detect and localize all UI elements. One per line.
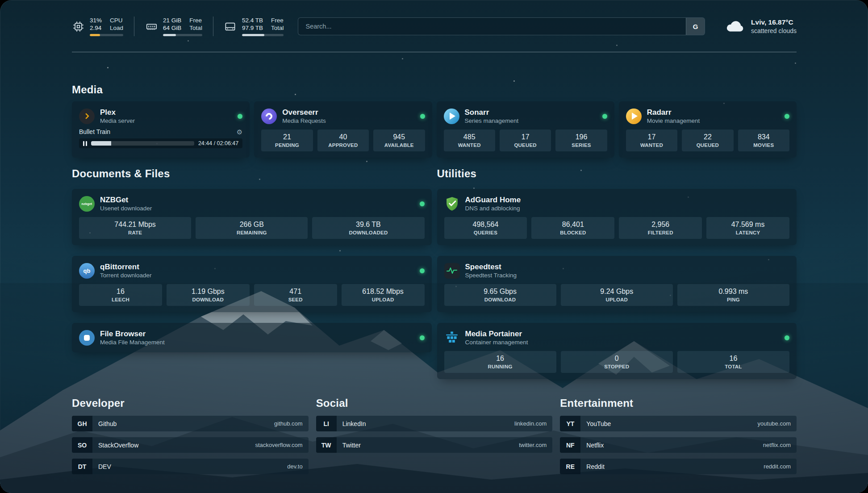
- service-subtitle: Usenet downloader: [100, 205, 152, 212]
- bookmark-abbr: SO: [72, 437, 92, 453]
- cpu-monitor: 31% 2.94 CPU Load: [72, 17, 134, 36]
- bookmark-stackoverflow[interactable]: SO StackOverflow stackoverflow.com: [72, 437, 309, 453]
- search-input[interactable]: [298, 18, 686, 35]
- status-dot: [602, 114, 607, 119]
- resource-monitors: 31% 2.94 CPU Load: [72, 17, 284, 36]
- bookmark-reddit[interactable]: RE Reddit reddit.com: [560, 459, 797, 474]
- service-card-overseerr[interactable]: Overseerr Media Requests 21 PENDING 40 A…: [254, 101, 432, 158]
- service-subtitle: Movie management: [647, 117, 700, 125]
- cpu-load-value: 2.94: [90, 24, 102, 32]
- bookmark-twitter[interactable]: TW Twitter twitter.com: [316, 437, 553, 453]
- status-dot: [420, 201, 425, 206]
- service-card-radarr[interactable]: Radarr Movie management 17 WANTED 22 QUE…: [619, 101, 797, 158]
- playback-time: 24:44 / 02:06:47: [198, 140, 238, 146]
- memory-free-value: 21 GiB: [163, 17, 181, 24]
- weather-condition: scattered clouds: [751, 27, 797, 34]
- playback-progress-bar[interactable]: [91, 141, 194, 146]
- disk-icon: [224, 20, 237, 33]
- cpu-usage-value: 31%: [90, 17, 102, 24]
- plex-icon: [79, 109, 95, 124]
- weather-location: Lviv, 16.87°C: [751, 18, 797, 26]
- status-dot: [420, 335, 425, 340]
- adguard-icon: [444, 196, 460, 212]
- bookmark-abbr: RE: [560, 459, 580, 474]
- stat-download: 1.19 Gbps DOWNLOAD: [167, 284, 250, 306]
- service-card-filebrowser[interactable]: File Browser Media File Management: [72, 323, 432, 352]
- bookmark-abbr: DT: [72, 459, 92, 474]
- disk-monitor: 52.4 TB 97.9 TB Free Total: [224, 17, 284, 36]
- section-title-utilities: Utilities: [437, 167, 797, 180]
- bookmark-url: youtube.com: [758, 420, 791, 427]
- stat-stopped: 0 STOPPED: [561, 351, 673, 373]
- service-name: Overseerr: [282, 108, 326, 117]
- bookmark-url: stackoverflow.com: [255, 442, 302, 448]
- stat-total: 16 TOTAL: [677, 351, 789, 373]
- disk-total-value: 97.9 TB: [242, 24, 263, 32]
- service-card-qbittorrent[interactable]: qb qBittorrent Torrent downloader 16: [72, 256, 432, 312]
- service-name: AdGuard Home: [465, 195, 521, 205]
- bookmark-url: github.com: [274, 420, 303, 427]
- service-card-nzbget[interactable]: nzbget NZBGet Usenet downloader 744.21 M…: [72, 189, 432, 245]
- bookmark-github[interactable]: GH Github github.com: [72, 416, 309, 431]
- search-provider-button[interactable]: G: [686, 18, 705, 35]
- pause-icon[interactable]: [83, 141, 87, 146]
- stat-queued: 17 QUEUED: [500, 130, 551, 151]
- status-dot: [238, 114, 242, 119]
- speedtest-icon: [444, 263, 460, 279]
- status-dot: [785, 114, 789, 119]
- bookmark-linkedin[interactable]: LI LinkedIn linkedin.com: [316, 416, 553, 431]
- service-name: Radarr: [647, 108, 700, 117]
- plex-player: 24:44 / 02:06:47: [79, 138, 242, 148]
- section-utilities: Utilities: [437, 167, 797, 379]
- service-subtitle: DNS and adblocking: [465, 205, 521, 212]
- section-title-social: Social: [316, 397, 553, 409]
- gear-icon[interactable]: ⚙: [237, 129, 242, 135]
- cpu-usage-label: CPU: [110, 17, 123, 24]
- service-name: qBittorrent: [100, 262, 152, 272]
- stat-remaining: 266 GB REMAINING: [196, 217, 308, 239]
- service-subtitle: Media server: [100, 117, 135, 125]
- bookmark-youtube[interactable]: YT YouTube youtube.com: [560, 416, 797, 431]
- service-subtitle: Media File Management: [100, 338, 165, 346]
- search-bar: G: [298, 17, 705, 35]
- stat-available: 945 AVAILABLE: [373, 130, 425, 151]
- bookmark-dev[interactable]: DT DEV dev.to: [72, 459, 309, 474]
- service-subtitle: Media Requests: [282, 117, 326, 125]
- stat-series: 196 SERIES: [555, 130, 607, 151]
- stat-ping: 0.993 ms PING: [677, 284, 789, 306]
- bookmark-name: YouTube: [586, 420, 757, 427]
- section-title-developer: Developer: [72, 397, 309, 409]
- sonarr-icon: [444, 109, 459, 124]
- memory-total-label: Total: [189, 24, 202, 32]
- disk-free-value: 52.4 TB: [242, 17, 263, 24]
- stat-upload: 618.52 Mbps UPLOAD: [342, 284, 425, 306]
- bookmark-netflix[interactable]: NF Netflix netflix.com: [560, 437, 797, 453]
- section-social: Social LI LinkedIn linkedin.com TW Twitt…: [316, 397, 553, 474]
- status-dot: [785, 335, 789, 340]
- bookmark-url: twitter.com: [519, 442, 547, 448]
- service-name: NZBGet: [100, 195, 152, 205]
- service-card-portainer[interactable]: Media Portainer Container management 16 …: [437, 323, 797, 379]
- memory-total-value: 64 GiB: [163, 24, 181, 32]
- service-card-speedtest[interactable]: Speedtest Speedtest Tracking 9.65 Gbps D…: [437, 256, 797, 312]
- bookmark-abbr: NF: [560, 437, 580, 453]
- bookmark-url: linkedin.com: [514, 420, 547, 427]
- service-card-plex[interactable]: Plex Media server Bullet Train ⚙: [72, 101, 250, 158]
- bookmark-name: Twitter: [342, 442, 519, 449]
- bookmark-name: DEV: [98, 463, 287, 470]
- bookmark-name: Reddit: [586, 463, 764, 470]
- service-subtitle: Torrent downloader: [100, 272, 152, 279]
- memory-icon: [145, 20, 158, 33]
- cpu-icon: [72, 20, 84, 33]
- service-card-sonarr[interactable]: Sonarr Series management 485 WANTED 17 Q…: [437, 101, 614, 158]
- service-card-adguard[interactable]: AdGuard Home DNS and adblocking 498,564 …: [437, 189, 797, 245]
- stat-wanted: 17 WANTED: [626, 130, 677, 151]
- service-name: Sonarr: [465, 108, 519, 117]
- stat-movies: 834 MOVIES: [738, 130, 789, 151]
- nzbget-icon: nzbget: [79, 196, 95, 212]
- bookmark-name: Netflix: [586, 442, 763, 449]
- service-name: File Browser: [100, 329, 165, 338]
- disk-total-label: Total: [271, 24, 284, 32]
- stat-running: 16 RUNNING: [444, 351, 556, 373]
- now-playing-title: Bullet Train: [79, 128, 110, 135]
